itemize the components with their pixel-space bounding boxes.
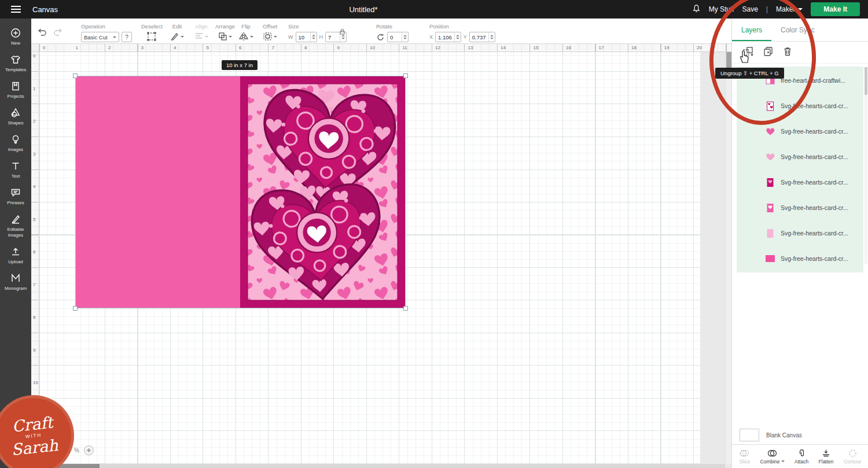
card-front-panel[interactable] [76,76,240,308]
sidebar-item-phrases[interactable]: Phrases [0,183,31,209]
edit-pencil-icon[interactable] [170,32,184,41]
position-x-label: X [429,34,433,40]
vertical-scrollbar[interactable] [725,52,731,464]
save-link[interactable]: Save [742,5,757,13]
topbar-divider: | [766,5,768,13]
layers-list: free-heart-card-craftwi... Svg-free-hear… [737,67,863,272]
selection-handle-top-right[interactable] [403,73,408,78]
flip-icon[interactable] [238,32,253,41]
tab-color-sync[interactable]: Color Sync [771,19,824,41]
layer-row[interactable]: Svg-free-hearts-card-cr... [737,144,863,169]
chevron-down-icon [274,36,277,39]
rotate-group: Rotate 0 [376,23,409,42]
position-group: Position X 1.106 Y 0.737 [429,23,495,42]
layer-row[interactable]: Svg-free-hearts-card-cr... [737,220,863,246]
layer-row[interactable]: Svg-free-hearts-card-cr... [737,93,863,119]
rotate-stepper[interactable] [402,32,408,42]
width-input[interactable]: 10 [296,32,317,42]
layers-scrollbar-thumb[interactable] [865,67,867,95]
attach-button[interactable]: Attach [795,449,808,465]
arrange-label[interactable]: Arrange [215,23,235,30]
sidebar-item-label: Projects [8,94,24,100]
make-it-button[interactable]: Make It [811,2,860,16]
deselect-icon[interactable] [146,32,157,41]
contour-button[interactable]: Contour [844,449,861,465]
size-group: Size W 10 H 7 [288,23,347,42]
selection-size-tooltip: 10 in x 7 in [222,60,258,70]
offset-label[interactable]: Offset [263,23,277,30]
arrange-group: Arrange [215,23,235,43]
offset-icon[interactable] [263,32,277,41]
project-title[interactable]: Untitled* [349,5,377,14]
hamburger-menu-icon[interactable] [0,0,31,19]
sidebar-item-label: Monogram [5,286,27,292]
deselect-group: Deselect [141,23,163,43]
tab-layers[interactable]: Layers [732,19,771,41]
vertical-scrollbar-thumb[interactable] [726,52,731,68]
zoom-controls: % [74,445,94,455]
zoom-in-button[interactable] [84,445,94,455]
horizontal-scrollbar[interactable] [39,464,725,468]
sidebar-item-label: Editable Images [1,227,30,238]
selected-card-object[interactable] [76,76,405,308]
sidebar-item-new[interactable]: New [0,23,31,50]
sidebar-item-label: Templates [5,67,26,73]
delete-button[interactable] [783,46,792,59]
layer-row[interactable]: Svg-free-hearts-card-cr... [737,195,863,220]
flip-label[interactable]: Flip [238,23,253,30]
editable-images-icon [10,213,21,225]
canvas-area[interactable]: 01234567891011121314151617181920 0123456… [31,44,731,468]
sidebar-item-editable-images[interactable]: Editable Images [0,209,31,242]
sidebar-item-images[interactable]: Images [0,130,31,156]
layer-row[interactable]: Svg-free-hearts-card-cr... [737,246,863,271]
rotate-input[interactable]: 0 [387,32,409,42]
align-group: Align [194,23,208,43]
layer-row[interactable]: Svg-free-hearts-card-cr... [737,169,863,195]
size-label: Size [288,23,347,30]
machine-selector[interactable]: Maker [776,5,803,13]
position-y-input[interactable]: 0.737 [469,32,495,42]
slice-button[interactable]: Slice [740,449,750,465]
top-bar: Canvas Untitled* My Stuff Save | Maker M… [0,0,868,19]
my-stuff-link[interactable]: My Stuff [709,5,734,13]
position-y-stepper[interactable] [488,32,495,42]
sidebar-item-templates[interactable]: Templates [0,50,31,76]
attach-icon [797,449,806,458]
layers-scrollbar[interactable] [865,67,867,264]
operation-select[interactable]: Basic Cut [81,32,119,42]
sidebar-item-projects[interactable]: Projects [0,76,31,103]
selection-handle-bottom-left[interactable] [73,306,78,311]
redo-button[interactable] [53,28,63,37]
sidebar-item-text[interactable]: Text [0,156,31,183]
layer-row[interactable]: Svg-free-hearts-card-cr... [737,119,863,144]
sidebar-item-shapes[interactable]: Shapes [0,103,31,130]
edit-group: Edit [170,23,184,43]
help-button[interactable]: ? [122,32,132,42]
rotate-icon[interactable] [376,33,385,42]
deselect-label[interactable]: Deselect [141,23,163,30]
sidebar-item-label: Text [12,174,20,179]
selection-handle-top-left[interactable] [73,73,78,78]
undo-button[interactable] [37,28,47,37]
flatten-button[interactable]: Flatten [819,449,834,465]
sidebar-item-label: Images [8,147,23,153]
width-stepper[interactable] [310,32,317,42]
duplicate-button[interactable] [763,46,774,59]
sidebar-item-upload[interactable]: Upload [0,242,31,268]
height-label: H [319,34,323,40]
position-x-stepper[interactable] [454,32,461,42]
blank-canvas-swatch[interactable] [740,429,759,441]
selection-handle-bottom-right[interactable] [403,306,408,311]
arrange-icon[interactable] [218,32,232,41]
lock-icon[interactable] [339,27,345,37]
edit-label[interactable]: Edit [170,23,184,30]
position-x-input[interactable]: 1.106 [435,32,461,42]
flip-group: Flip [238,23,253,43]
card-decorative-panel[interactable] [240,76,405,308]
upload-icon [10,246,21,257]
sidebar-item-monogram[interactable]: Monogram [0,268,31,295]
combine-button[interactable]: Combine [760,449,785,465]
notifications-bell-icon[interactable] [692,4,701,14]
chevron-down-icon [798,8,803,13]
ungroup-tooltip: Ungroup ⇧ + CTRL + G [715,68,784,79]
